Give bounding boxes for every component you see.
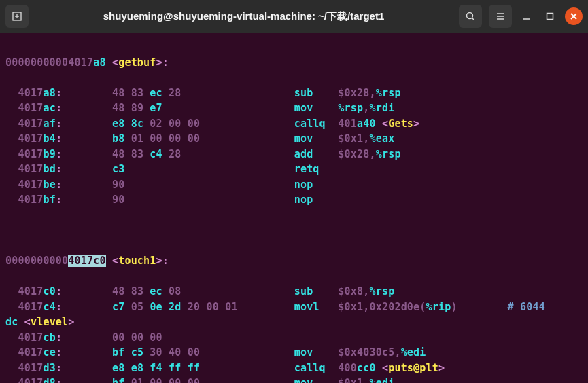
menu-button[interactable] <box>489 5 512 28</box>
blank-line <box>5 223 583 238</box>
svg-rect-9 <box>547 14 553 20</box>
disasm-line: 4017b9: 48 83 c4 28 add $0x28,%rsp <box>5 147 583 162</box>
window-title: shuyueming@shuyueming-virtual-machine: ~… <box>34 10 453 23</box>
disasm-line: 4017c0: 48 83 ec 08 sub $0x8,%rsp <box>5 284 583 299</box>
disasm-line: 4017c4: c7 05 0e 2d 20 00 01 movl $0x1,0… <box>5 299 583 315</box>
disasm-line: 4017b4: b8 01 00 00 00 mov $0x1,%eax <box>5 131 583 147</box>
disasm-header-getbuf: 00000000004017a8 <getbuf>: <box>5 55 583 71</box>
disasm-line: 4017bd: c3 retq <box>5 162 583 177</box>
minimize-button[interactable] <box>519 8 535 24</box>
close-icon <box>570 12 578 20</box>
disasm-line: 4017ce: bf c5 30 40 00 mov $0x4030c5,%ed… <box>5 345 583 361</box>
disasm-line: 4017a8: 48 83 ec 28 sub $0x28,%rsp <box>5 86 583 101</box>
disasm-line: 4017cb: 00 00 00 <box>5 330 583 346</box>
svg-point-3 <box>467 13 473 19</box>
new-tab-icon <box>12 11 22 22</box>
minimize-icon <box>522 12 532 21</box>
hamburger-icon <box>495 11 506 22</box>
search-match: 4017c0 <box>68 255 105 267</box>
close-button[interactable] <box>565 7 583 25</box>
new-tab-button[interactable] <box>5 5 29 28</box>
disasm-line: 4017d3: e8 e8 f4 ff ff callq 400cc0 <put… <box>5 361 583 376</box>
search-icon <box>465 11 476 22</box>
window-titlebar: shuyueming@shuyueming-virtual-machine: ~… <box>0 0 588 33</box>
disasm-line: 4017bf: 90 nop <box>5 192 583 208</box>
maximize-icon <box>545 12 555 21</box>
disasm-header-touch1: 00000000004017c0 <touch1>: <box>5 253 583 269</box>
svg-line-4 <box>472 18 475 21</box>
disasm-line: 4017ac: 48 89 e7 mov %rsp,%rdi <box>5 101 583 116</box>
search-button[interactable] <box>459 5 482 28</box>
disasm-line: dc <vlevel> <box>5 314 583 330</box>
disasm-line: 4017af: e8 8c 02 00 00 callq 401a40 <Get… <box>5 116 583 132</box>
terminal-output[interactable]: 00000000004017a8 <getbuf>: 4017a8: 48 83… <box>0 33 588 383</box>
disasm-line: 4017be: 90 nop <box>5 177 583 193</box>
maximize-button[interactable] <box>542 8 558 24</box>
disasm-line: 4017d8: bf 01 00 00 00 mov $0x1,%edi <box>5 376 583 383</box>
